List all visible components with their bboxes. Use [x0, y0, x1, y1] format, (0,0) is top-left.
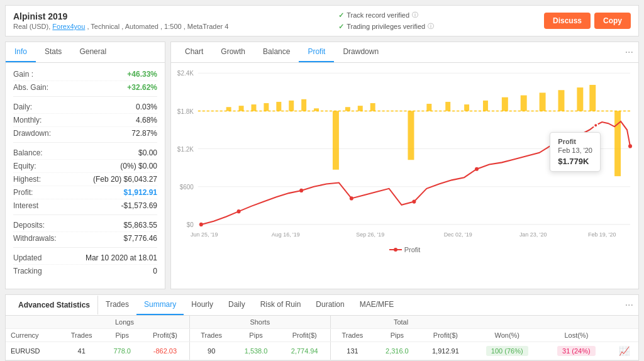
tab-growth[interactable]: Growth	[212, 42, 254, 62]
chart-more-icon[interactable]: ···	[625, 47, 633, 58]
svg-rect-18	[333, 111, 339, 169]
deposits-row: Deposits: $5,863.55	[13, 219, 157, 232]
deposits-label: Deposits:	[13, 221, 45, 230]
discuss-button[interactable]: Discuss	[544, 13, 591, 29]
bottom-tabs: Advanced Statistics Trades Summary Hourl…	[6, 295, 638, 316]
svg-text:$1.8K: $1.8K	[177, 108, 194, 114]
svg-rect-25	[464, 104, 469, 111]
info-icon-1[interactable]: ⓘ	[412, 11, 418, 19]
row-chart-icon[interactable]: 📈	[619, 346, 630, 356]
tab-daily[interactable]: Daily	[221, 295, 253, 315]
svg-rect-13	[264, 103, 269, 111]
svg-rect-16	[301, 99, 306, 111]
svg-text:Dec 02, '19: Dec 02, '19	[444, 231, 472, 237]
tracking-label: Tracking	[13, 267, 42, 275]
th-lost: Lost(%)	[543, 329, 609, 342]
legend-label: Profit	[404, 246, 421, 253]
balance-label: Balance:	[13, 148, 43, 157]
tab-mae-mfe[interactable]: MAE/MFE	[352, 295, 402, 315]
th-shorts-trades: Trades	[189, 329, 233, 342]
info-icon-2[interactable]: ⓘ	[428, 22, 434, 31]
gain-value: +46.33%	[127, 70, 157, 79]
tooltip-date: Feb 13, '20	[558, 147, 592, 154]
svg-rect-32	[589, 85, 596, 111]
th-total-pips: Pips	[374, 329, 420, 342]
deposits-value: $5,863.55	[124, 221, 157, 230]
profit-value: $1,912.91	[124, 188, 157, 197]
svg-rect-28	[521, 96, 527, 111]
left-panel: Info Stats General Gain : +46.33% Abs. G…	[5, 42, 165, 289]
gain-section: Gain : +46.33% Abs. Gain: +32.62%	[13, 68, 157, 97]
stats-table: Longs Shorts Total Currency Trades Pips …	[6, 316, 638, 360]
balance-row: Balance: $0.00	[13, 147, 157, 160]
th-action	[609, 329, 638, 342]
td-shorts-trades: 90	[189, 342, 233, 360]
equity-row: Equity: (0%) $0.00	[13, 160, 157, 173]
svg-text:$0: $0	[187, 221, 194, 228]
svg-text:Jan 23, '20: Jan 23, '20	[519, 231, 547, 237]
track-record-verified: ✓ Track record verified ⓘ	[338, 11, 434, 19]
daily-label: Daily:	[13, 103, 32, 111]
interest-row: Interest -$1,573.69	[13, 199, 157, 212]
chart-legend: Profit	[176, 246, 633, 256]
total-group-header: Total	[330, 316, 471, 329]
tab-stats[interactable]: Stats	[36, 42, 70, 62]
th-currency: Currency	[6, 329, 60, 342]
check-icon-2: ✓	[338, 23, 344, 31]
interest-label: Interest	[13, 201, 38, 210]
svg-rect-22	[408, 111, 414, 160]
td-shorts-profit: 2,774.94	[279, 342, 330, 360]
svg-rect-30	[558, 90, 564, 111]
copy-button[interactable]: Copy	[594, 13, 631, 29]
tab-chart[interactable]: Chart	[176, 42, 212, 62]
table-col-header: Currency Trades Pips Profit($) Trades Pi…	[6, 329, 638, 342]
withdrawals-label: Withdrawals:	[13, 234, 57, 243]
th-longs-pips: Pips	[103, 329, 141, 342]
check-icon-1: ✓	[338, 11, 344, 19]
tab-general[interactable]: General	[70, 42, 115, 62]
tab-trades[interactable]: Trades	[98, 295, 136, 315]
th-longs-trades: Trades	[60, 329, 103, 342]
svg-text:$2.4K: $2.4K	[177, 70, 194, 77]
withdrawals-row: Withdrawals: $7,776.46	[13, 232, 157, 245]
svg-rect-11	[239, 106, 244, 111]
td-longs-pips: 778.0	[103, 342, 141, 360]
col-lost-header	[543, 316, 609, 329]
trading-privileges-verified: ✓ Trading privileges verified ⓘ	[338, 22, 434, 31]
updated-value: Mar 10 2020 at 18.01	[86, 253, 157, 262]
interest-value: -$1,573.69	[121, 201, 157, 210]
tab-info[interactable]: Info	[6, 42, 36, 62]
legend-line-icon	[389, 247, 402, 253]
bottom-more-icon[interactable]: ···	[625, 299, 633, 311]
equity-value: (0%) $0.00	[120, 162, 157, 170]
svg-rect-23	[426, 104, 431, 111]
chart-tabs: Chart Growth Balance Profit Drawdown ···	[171, 42, 638, 63]
td-total-pips: 2,316.0	[374, 342, 420, 360]
drawdown-label: Drawdown:	[13, 129, 51, 138]
account-subtitle: Real (USD), Forex4you , Technical , Auto…	[13, 23, 228, 30]
svg-rect-26	[483, 101, 488, 111]
tab-balance[interactable]: Balance	[254, 42, 299, 62]
svg-rect-29	[540, 92, 546, 111]
td-total-profit: 1,912.91	[420, 342, 471, 360]
col-currency-header	[6, 316, 60, 329]
td-shorts-pips: 1,538.0	[233, 342, 279, 360]
tab-duration[interactable]: Duration	[308, 295, 352, 315]
gain-row: Gain : +46.33%	[13, 68, 157, 81]
broker-link[interactable]: Forex4you	[52, 23, 85, 30]
tab-risk-of-ruin[interactable]: Risk of Ruin	[253, 295, 309, 315]
svg-rect-21	[370, 103, 375, 111]
svg-rect-14	[276, 102, 281, 111]
gain-label: Gain :	[13, 70, 33, 79]
top-panels: Info Stats General Gain : +46.33% Abs. G…	[5, 42, 639, 289]
meta-section: Updated Mar 10 2020 at 18.01 Tracking 0	[13, 252, 157, 280]
svg-rect-12	[252, 104, 257, 111]
verification-status: ✓ Track record verified ⓘ ✓ Trading priv…	[338, 11, 434, 31]
svg-point-43	[628, 144, 632, 148]
tab-hourly[interactable]: Hourly	[184, 295, 221, 315]
abs-gain-label: Abs. Gain:	[13, 83, 48, 92]
tab-drawdown[interactable]: Drawdown	[334, 42, 387, 62]
monthly-value: 4.68%	[136, 116, 157, 125]
tab-summary[interactable]: Summary	[136, 295, 184, 315]
tab-profit[interactable]: Profit	[299, 42, 334, 62]
